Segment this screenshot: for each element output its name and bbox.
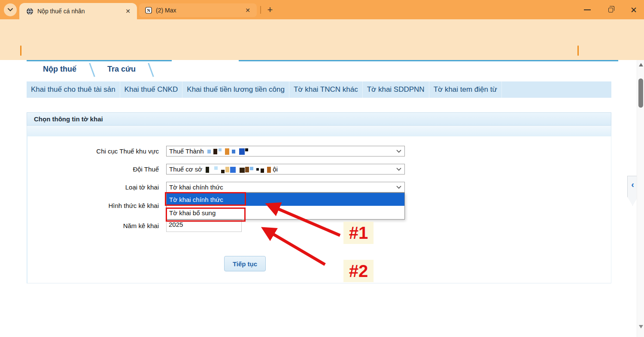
browser-tab-active[interactable]: Nộp thuế cá nhân ✕ [19,3,137,19]
chevron-down-icon [7,8,13,12]
close-icon: ✕ [630,5,637,15]
page-top-border [27,60,172,61]
panel-header: Chọn thông tin tờ khai [27,112,611,126]
annotation-rect-1 [165,192,246,206]
tab-close-button[interactable]: ✕ [244,7,252,14]
minimize-icon [584,9,591,10]
scroll-up-arrow-icon[interactable] [639,63,643,66]
chevron-left-icon: ‹ [631,180,634,205]
notion-favicon: N [145,7,152,14]
tab-title: (2) Max [156,7,240,14]
label-chi-cuc-thue: Chi cục Thuế khu vực [30,147,159,155]
bookmarks-separator [20,45,21,56]
page-tab-tra-cuu[interactable]: Tra cứu [107,65,136,74]
chevron-down-icon [396,168,401,171]
scroll-down-arrow-icon[interactable] [639,325,643,328]
nav-item-tien-luong[interactable]: Khai thuế tiền lương tiền công [182,81,289,98]
restore-icon [608,8,613,12]
select-value: Thuế Thành [169,147,204,155]
svg-text:N: N [147,8,150,13]
window-close-button[interactable]: ✕ [626,5,641,15]
globe-favicon [26,8,33,15]
chevron-down-icon [396,150,401,153]
main-nav: Khai thuế cho thuê tài sản Khai thuế CNK… [27,81,611,98]
tab-title: Nộp thuế cá nhân [37,8,120,15]
panel-title: Chọn thông tin tờ khai [34,115,103,123]
label-doi-thue: Đội Thuế [30,165,159,173]
label-nam-ke-khai: Năm kê khai [30,222,159,229]
tab-slash-divider [148,63,154,77]
redacted-mosaic [202,165,271,173]
redacted-mosaic [204,147,248,155]
bookmarks-separator [577,45,579,56]
label-hinh-thuc-ke-khai: Hình thức kê khai [30,202,159,209]
window-minimize-button[interactable] [580,5,595,15]
tab-search-button[interactable] [4,3,17,16]
select-value: Thuế cơ sở [169,165,202,173]
select-chi-cuc-thue[interactable]: Thuế Thành [166,146,405,156]
panel-subheader-strip [27,126,611,136]
continue-button[interactable]: Tiếp tục [224,256,266,271]
page-tab-nop-thue[interactable]: Nộp thuế [43,65,76,74]
scrollbar-thumb[interactable] [638,78,643,108]
tab-slash-divider [89,63,95,77]
web-page: Nộp thuế Tra cứu Khai thuế cho thuê tài … [0,60,644,337]
select-value-suffix: ội [273,165,278,173]
browser-window: Nộp thuế cá nhân ✕ N (2) Max ✕ + ✕ ← → [0,0,644,337]
nav-item-tem-dien-tu[interactable]: Tờ khai tem điện từ [429,81,502,98]
bookmarks-bar: N 2d. Website - Block... Pháp điển_Cổng … [0,41,644,60]
nav-item-tncn-khac[interactable]: Tờ khai TNCN khác [289,81,363,98]
annotation-label-1: #1 [343,222,374,244]
annotation-label-2: #2 [343,260,374,282]
browser-tab-inactive[interactable]: N (2) Max ✕ [139,3,257,17]
nav-item-sddpnn[interactable]: Tờ khai SDDPNN [363,81,429,98]
window-restore-button[interactable] [603,5,618,15]
new-tab-button[interactable]: + [264,3,276,16]
nav-item-thue-tai-san[interactable]: Khai thuế cho thuê tài sản [27,81,120,98]
select-loai-to-khai[interactable]: Tờ khai chính thức [166,182,405,193]
chevron-down-icon [396,186,401,189]
browser-titlebar: Nộp thuế cá nhân ✕ N (2) Max ✕ + ✕ [0,0,644,19]
tab-close-button[interactable]: ✕ [124,8,132,15]
page-top-border [239,60,618,61]
annotation-rect-2 [166,208,246,222]
select-value: Tờ khai chính thức [169,184,223,191]
nav-item-cnkd[interactable]: Khai thuế CNKD [120,81,183,98]
select-doi-thue[interactable]: Thuế cơ sở ội [166,164,405,175]
label-loai-to-khai: Loại tờ khai [30,184,159,191]
browser-toolbar: ← → canhan.gdt.gov.vn/ICanhan/Request# [0,19,644,41]
tab-divider [260,6,261,14]
page-scrollbar[interactable] [637,60,644,337]
